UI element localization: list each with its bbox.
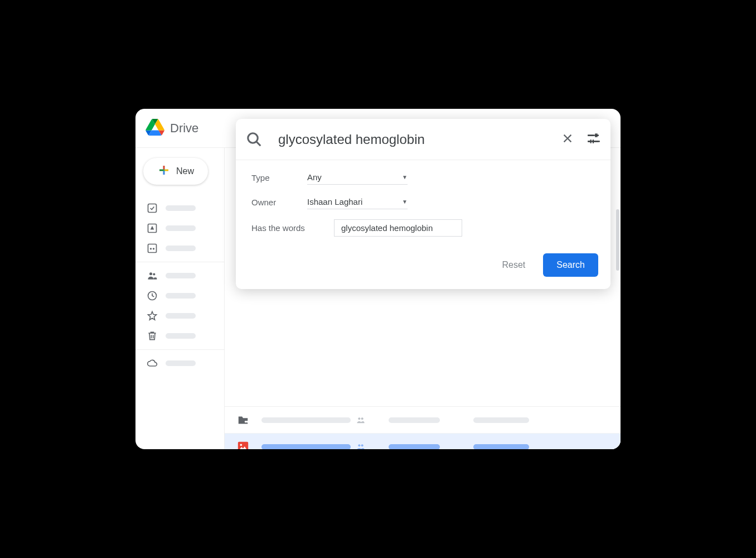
search-panel: glycosylated hemoglobin Type Any ▼ Owner… bbox=[236, 119, 610, 289]
filter-owner-label: Owner bbox=[251, 198, 307, 207]
svg-rect-2 bbox=[148, 244, 157, 253]
new-button-label: New bbox=[176, 166, 194, 176]
placeholder-bar bbox=[389, 417, 440, 423]
sidebar-item-mydrive[interactable] bbox=[135, 218, 224, 238]
svg-point-5 bbox=[149, 272, 152, 275]
app-title: Drive bbox=[170, 121, 198, 136]
search-icon[interactable] bbox=[246, 131, 263, 148]
sidebar-item-trash[interactable] bbox=[135, 326, 224, 346]
drive-icon bbox=[147, 223, 158, 234]
sidebar-item-priority[interactable] bbox=[135, 198, 224, 218]
placeholder-bar bbox=[166, 225, 196, 231]
people-icon bbox=[147, 270, 158, 281]
placeholder-bar bbox=[261, 444, 351, 450]
search-input[interactable]: glycosylated hemoglobin bbox=[278, 132, 556, 147]
clear-search-icon[interactable] bbox=[561, 132, 574, 147]
sidebar-item-shared[interactable] bbox=[135, 266, 224, 286]
filter-type-value: Any bbox=[307, 172, 322, 182]
svg-point-10 bbox=[358, 417, 360, 420]
svg-point-3 bbox=[150, 248, 152, 249]
placeholder-bar bbox=[166, 293, 196, 299]
placeholder-bar bbox=[166, 205, 196, 211]
sidebar-group-2 bbox=[135, 262, 224, 350]
reset-button[interactable]: Reset bbox=[493, 254, 535, 276]
star-icon bbox=[147, 310, 158, 321]
new-button[interactable]: New bbox=[143, 158, 208, 185]
svg-point-13 bbox=[240, 444, 243, 446]
folder-icon bbox=[237, 414, 249, 426]
sidebar-item-storage[interactable] bbox=[135, 353, 224, 373]
svg-rect-0 bbox=[148, 204, 157, 213]
placeholder-bar bbox=[473, 417, 529, 423]
placeholder-bar bbox=[166, 360, 196, 366]
shared-drives-icon bbox=[147, 243, 158, 254]
filter-words-input[interactable]: glycosylated hemoglobin bbox=[334, 219, 462, 237]
file-row[interactable] bbox=[225, 407, 621, 434]
svg-rect-24 bbox=[595, 133, 596, 137]
svg-point-11 bbox=[361, 417, 364, 420]
svg-point-4 bbox=[153, 248, 154, 249]
filter-body: Type Any ▼ Owner Ishaan Laghari ▼ Has th… bbox=[236, 160, 610, 237]
svg-rect-25 bbox=[596, 134, 598, 136]
placeholder-bar bbox=[166, 246, 196, 251]
filter-owner-select[interactable]: Ishaan Laghari ▼ bbox=[307, 195, 408, 209]
svg-rect-12 bbox=[238, 441, 248, 449]
svg-point-9 bbox=[246, 420, 249, 422]
svg-point-14 bbox=[358, 444, 360, 446]
sidebar-group-3 bbox=[135, 350, 224, 377]
svg-point-6 bbox=[153, 273, 155, 275]
clock-icon bbox=[147, 290, 158, 301]
placeholder-bar bbox=[389, 444, 440, 450]
svg-rect-26 bbox=[588, 141, 590, 142]
search-bar: glycosylated hemoglobin bbox=[236, 119, 610, 160]
filter-words-row: Has the words glycosylated hemoglobin bbox=[251, 219, 595, 237]
sidebar-item-starred[interactable] bbox=[135, 306, 224, 326]
filter-words-label: Has the words bbox=[251, 223, 334, 233]
filter-owner-row: Owner Ishaan Laghari ▼ bbox=[251, 195, 595, 209]
placeholder-bar bbox=[166, 313, 196, 319]
filter-actions: Reset Search bbox=[236, 247, 610, 289]
svg-point-22 bbox=[248, 133, 258, 143]
svg-rect-23 bbox=[588, 134, 595, 136]
sidebar-group-1 bbox=[135, 195, 224, 262]
svg-point-15 bbox=[361, 444, 364, 446]
placeholder-bar bbox=[166, 273, 196, 278]
checkbox-icon bbox=[147, 203, 158, 214]
drive-logo-icon bbox=[146, 119, 164, 138]
image-file-icon bbox=[237, 441, 249, 450]
drive-brand[interactable]: Drive bbox=[146, 119, 225, 138]
filter-owner-value: Ishaan Laghari bbox=[307, 197, 362, 206]
plus-icon bbox=[157, 163, 171, 179]
drive-window: Drive New bbox=[135, 109, 621, 449]
placeholder-bar bbox=[473, 444, 529, 450]
placeholder-bar bbox=[166, 333, 196, 339]
trash-icon bbox=[147, 330, 158, 341]
sidebar-item-shared-drives[interactable] bbox=[135, 238, 224, 258]
filter-type-label: Type bbox=[251, 173, 307, 182]
shared-icon bbox=[356, 442, 366, 450]
filter-type-select[interactable]: Any ▼ bbox=[307, 170, 408, 185]
search-button[interactable]: Search bbox=[543, 253, 598, 277]
shared-icon bbox=[356, 416, 366, 425]
scrollbar[interactable] bbox=[616, 209, 619, 271]
sidebar: New bbox=[135, 148, 225, 449]
sidebar-item-recent[interactable] bbox=[135, 286, 224, 306]
list-header bbox=[225, 384, 621, 407]
svg-rect-27 bbox=[590, 140, 592, 143]
caret-down-icon: ▼ bbox=[402, 174, 408, 180]
caret-down-icon: ▼ bbox=[402, 199, 408, 205]
search-options-icon[interactable] bbox=[586, 131, 600, 148]
placeholder-bar bbox=[261, 417, 351, 423]
filter-type-row: Type Any ▼ bbox=[251, 170, 595, 185]
file-row-selected[interactable] bbox=[225, 434, 621, 449]
cloud-icon bbox=[147, 358, 158, 369]
svg-rect-28 bbox=[592, 141, 599, 142]
